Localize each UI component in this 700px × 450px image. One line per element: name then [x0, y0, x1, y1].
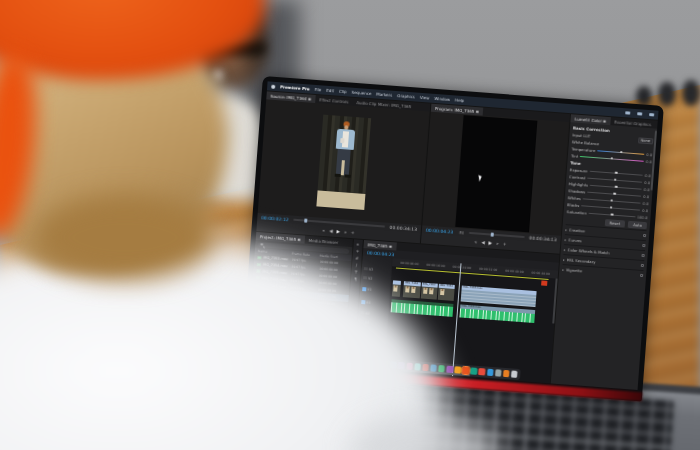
- checkbox-icon[interactable]: [643, 234, 646, 237]
- selection-tool-icon[interactable]: ▸: [357, 243, 359, 247]
- menu-clip[interactable]: Clip: [339, 89, 347, 95]
- menubar-status-icon[interactable]: [637, 112, 642, 115]
- equipment-knob: [658, 82, 676, 106]
- menubar-status-icon[interactable]: [625, 111, 630, 114]
- type-tool-icon[interactable]: T: [355, 270, 358, 274]
- timeline-clip[interactable]: IMG_7361: [403, 281, 421, 298]
- checkbox-icon[interactable]: [642, 254, 645, 257]
- background-person-earbud: [214, 70, 222, 80]
- dock-app-icon[interactable]: [438, 365, 445, 372]
- apple-logo-icon[interactable]: [271, 84, 275, 88]
- dock-app-icon[interactable]: [495, 369, 502, 376]
- dock-app-icon-active[interactable]: [462, 367, 469, 374]
- track-toggle-icon[interactable]: [363, 276, 367, 280]
- auto-button[interactable]: Auto: [628, 221, 647, 229]
- timeline-clip[interactable]: IMG_7365.mov: [461, 286, 537, 308]
- timeline-clip[interactable]: [392, 280, 401, 297]
- photo-scene: Premiere Pro File Edit Clip Sequence Mar…: [0, 0, 700, 450]
- play-icon[interactable]: ▶: [489, 241, 493, 246]
- timeline-clip[interactable]: IMG_7362: [420, 282, 438, 299]
- menu-help[interactable]: Help: [455, 97, 464, 103]
- program-black-frame: [455, 115, 537, 232]
- step-forward-icon[interactable]: »: [496, 242, 499, 247]
- checkbox-icon[interactable]: [640, 274, 643, 277]
- dock-app-icon[interactable]: [478, 368, 485, 375]
- dock-app-icon[interactable]: [454, 366, 461, 373]
- input-lut-dropdown[interactable]: None: [638, 137, 654, 144]
- mark-in-icon[interactable]: «: [474, 240, 477, 245]
- dock-app-icon[interactable]: [511, 371, 518, 378]
- ripple-edit-tool-icon[interactable]: #: [355, 256, 359, 260]
- menubar-status-icon[interactable]: [649, 113, 654, 116]
- mark-in-icon[interactable]: «: [322, 229, 325, 234]
- step-back-icon[interactable]: ◀: [329, 229, 333, 234]
- menu-markers[interactable]: Markers: [376, 92, 392, 98]
- timeline-red-marker: [541, 280, 547, 285]
- checkbox-icon[interactable]: [641, 264, 644, 267]
- menu-sequence[interactable]: Sequence: [351, 90, 371, 96]
- menu-graphics[interactable]: Graphics: [397, 93, 415, 99]
- playhead[interactable]: [452, 263, 461, 376]
- timeline-audio-clip[interactable]: [390, 299, 453, 317]
- pen-tool-icon[interactable]: ¶: [354, 277, 357, 281]
- step-forward-icon[interactable]: »: [344, 230, 347, 235]
- source-monitor-video[interactable]: [258, 99, 430, 225]
- dock-app-icon[interactable]: [487, 369, 494, 376]
- dock-app-icon[interactable]: [470, 368, 477, 375]
- reset-button[interactable]: Reset: [604, 219, 625, 228]
- menu-premiere-pro[interactable]: Premiere Pro: [280, 84, 310, 91]
- equipment-knob: [636, 86, 652, 106]
- program-monitor-video[interactable]: [422, 112, 569, 236]
- foreground-person-hair-shadow: [35, 195, 215, 280]
- step-back-icon[interactable]: ◀: [481, 241, 485, 246]
- track-toggle-icon[interactable]: [364, 267, 368, 271]
- track-select-tool-icon[interactable]: +: [356, 249, 360, 253]
- tint-label: Tint: [571, 153, 579, 159]
- menu-edit[interactable]: Edit: [326, 88, 334, 94]
- menu-file[interactable]: File: [315, 87, 322, 92]
- timeline-clip[interactable]: IMG_7363: [438, 284, 455, 301]
- fit-dropdown[interactable]: Fit: [459, 230, 464, 235]
- dock-app-icon[interactable]: [446, 366, 453, 373]
- equipment-knob: [682, 80, 700, 106]
- search-icon: [260, 243, 263, 246]
- source-clip-thumbnail: [316, 115, 371, 210]
- export-frame-icon[interactable]: +: [503, 242, 507, 247]
- razor-tool-icon[interactable]: /: [356, 264, 358, 268]
- insert-icon[interactable]: +: [351, 231, 355, 236]
- play-icon[interactable]: ▶: [336, 230, 340, 235]
- section-tone[interactable]: Tone: [570, 160, 581, 166]
- menu-window[interactable]: Window: [434, 96, 450, 102]
- mouse-cursor-icon: [478, 175, 482, 182]
- menu-view[interactable]: View: [420, 95, 430, 101]
- timeline-audio-clip[interactable]: IMG_7365.mov: [460, 304, 535, 323]
- source-monitor-panel: Source: IMG_7364 ≡ Effect Controls Audio…: [256, 91, 430, 243]
- program-monitor-panel: Program: IMG_7365 ≡ 00:00:04:23 Fit 00:0: [421, 104, 570, 254]
- dock-app-icon[interactable]: [503, 370, 510, 377]
- checkbox-icon[interactable]: [642, 244, 645, 247]
